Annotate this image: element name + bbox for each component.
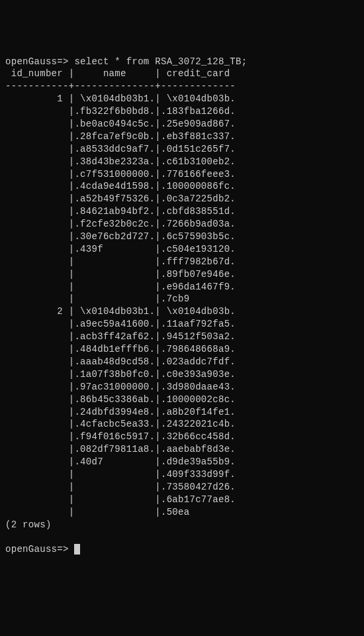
terminal-output[interactable]: openGauss=> select * from RSA_3072_128_T… <box>5 56 359 556</box>
prompt-text: openGauss=> <box>5 544 74 555</box>
cursor <box>74 544 80 555</box>
prompt-line[interactable]: openGauss=> <box>5 544 80 555</box>
